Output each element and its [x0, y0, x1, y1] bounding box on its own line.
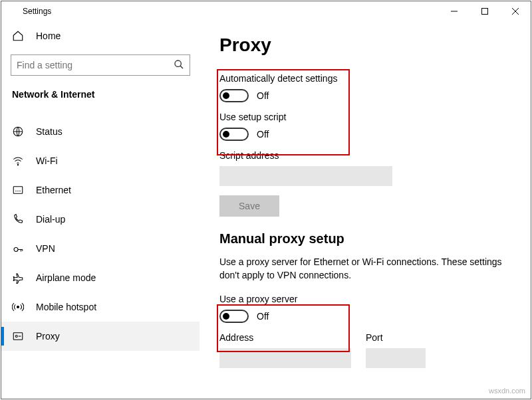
setup-script-state: Off: [257, 129, 269, 140]
manual-heading: Manual proxy setup: [219, 231, 511, 247]
auto-detect-label: Automatically detect settings: [219, 73, 511, 84]
sidebar-item-label: Mobile hotspot: [36, 302, 96, 312]
search-icon: [174, 59, 184, 72]
svg-point-10: [17, 306, 19, 308]
sidebar: Home Network & Internet Status W: [1, 21, 200, 399]
sidebar-item-status[interactable]: Status: [1, 117, 200, 146]
port-input[interactable]: [366, 348, 426, 368]
address-label: Address: [219, 332, 351, 343]
app-icon: [7, 6, 17, 17]
content-pane: Proxy Automatically detect settings Off …: [200, 21, 531, 399]
setup-script-label: Use setup script: [219, 112, 511, 122]
proxy-icon: [12, 330, 27, 342]
svg-line-5: [180, 66, 183, 68]
sidebar-item-dialup[interactable]: Dial-up: [1, 205, 200, 234]
sidebar-item-proxy[interactable]: Proxy: [1, 322, 200, 351]
sidebar-item-hotspot[interactable]: Mobile hotspot: [1, 292, 200, 322]
sidebar-item-ethernet[interactable]: Ethernet: [1, 175, 200, 205]
script-address-input[interactable]: [219, 166, 392, 186]
sidebar-item-label: Wi-Fi: [36, 155, 58, 166]
hotspot-icon: [12, 301, 27, 313]
home-icon: [12, 30, 27, 42]
watermark: wsxdn.com: [489, 387, 525, 395]
port-label: Port: [366, 332, 426, 343]
setup-script-toggle[interactable]: [219, 128, 249, 141]
window-frame: Settings Home Network & Inte: [1, 1, 531, 399]
sidebar-item-label: Dial-up: [36, 214, 65, 225]
use-proxy-label: Use a proxy server: [219, 294, 511, 304]
ethernet-icon: [12, 184, 27, 196]
dialup-icon: [12, 213, 27, 225]
svg-rect-11: [13, 333, 23, 340]
script-address-label: Script address: [219, 150, 511, 161]
svg-point-9: [14, 248, 18, 252]
sidebar-item-label: Ethernet: [36, 185, 71, 195]
sidebar-item-label: Airplane mode: [36, 272, 96, 283]
sidebar-item-vpn[interactable]: VPN: [1, 234, 200, 263]
maximize-button[interactable]: [469, 1, 500, 21]
sidebar-item-label: Status: [36, 126, 63, 137]
sidebar-item-airplane[interactable]: Airplane mode: [1, 263, 200, 292]
svg-rect-8: [13, 187, 23, 194]
home-link[interactable]: Home: [1, 21, 200, 50]
page-title: Proxy: [219, 35, 511, 56]
address-input[interactable]: [219, 348, 351, 368]
sidebar-item-label: VPN: [36, 243, 55, 254]
svg-rect-1: [482, 9, 488, 15]
globe-icon: [12, 126, 27, 138]
svg-point-4: [175, 60, 181, 66]
wifi-icon: [12, 155, 27, 167]
home-label: Home: [36, 31, 61, 41]
use-proxy-toggle[interactable]: [219, 310, 249, 323]
svg-point-7: [17, 164, 19, 165]
minimize-button[interactable]: [439, 1, 469, 21]
save-button[interactable]: Save: [219, 195, 279, 217]
sidebar-item-wifi[interactable]: Wi-Fi: [1, 146, 200, 175]
vpn-icon: [12, 243, 27, 254]
airplane-icon: [12, 272, 27, 284]
auto-detect-state: Off: [257, 90, 269, 101]
category-title: Network & Internet: [1, 81, 200, 109]
auto-detect-toggle[interactable]: [219, 89, 249, 102]
titlebar: Settings: [1, 1, 531, 21]
search-input[interactable]: [11, 54, 190, 76]
use-proxy-state: Off: [257, 311, 269, 322]
sidebar-item-label: Proxy: [36, 331, 60, 342]
window-title: Settings: [23, 7, 51, 16]
close-button[interactable]: [500, 1, 531, 21]
search-field[interactable]: [17, 60, 174, 70]
svg-point-12: [15, 336, 17, 338]
manual-description: Use a proxy server for Ethernet or Wi-Fi…: [219, 256, 505, 282]
